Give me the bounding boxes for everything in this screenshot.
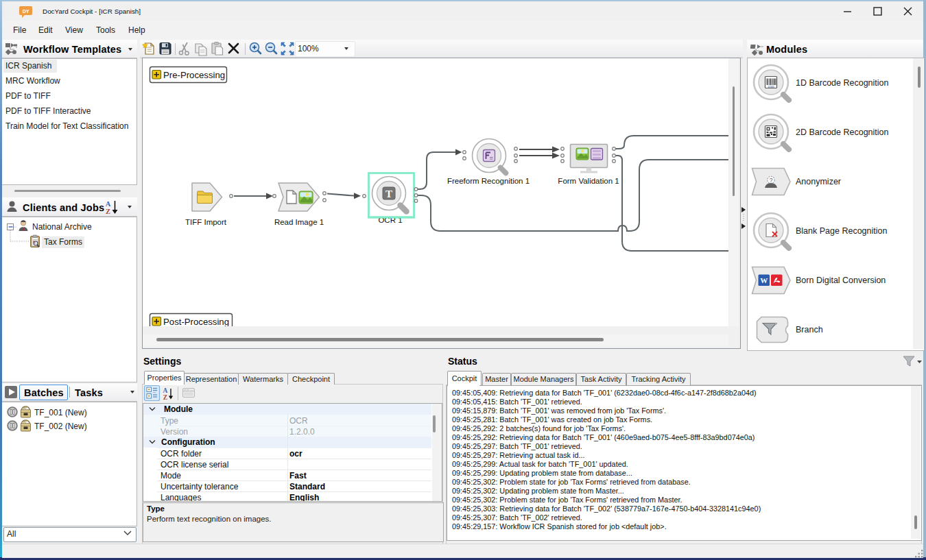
svg-text:Pre-Processing: Pre-Processing — [163, 70, 225, 80]
svg-text:A: A — [163, 387, 168, 394]
svg-text:Read Image 1: Read Image 1 — [274, 218, 324, 226]
svg-text:W: W — [760, 276, 768, 284]
svg-text:Form Validation 1: Form Validation 1 — [558, 177, 619, 185]
svg-text:Z: Z — [163, 394, 167, 401]
svg-text:TIFF Import: TIFF Import — [185, 218, 227, 226]
svg-text:Post-Processing: Post-Processing — [163, 317, 229, 327]
svg-text:T: T — [385, 188, 392, 199]
svg-text:12345: 12345 — [768, 86, 774, 88]
svg-text:?: ? — [770, 177, 773, 184]
svg-text:DY: DY — [23, 9, 29, 14]
svg-text:Freeform Recognition 1: Freeform Recognition 1 — [447, 177, 530, 185]
svg-text:A: A — [106, 200, 111, 208]
svg-text:Z: Z — [106, 208, 110, 215]
